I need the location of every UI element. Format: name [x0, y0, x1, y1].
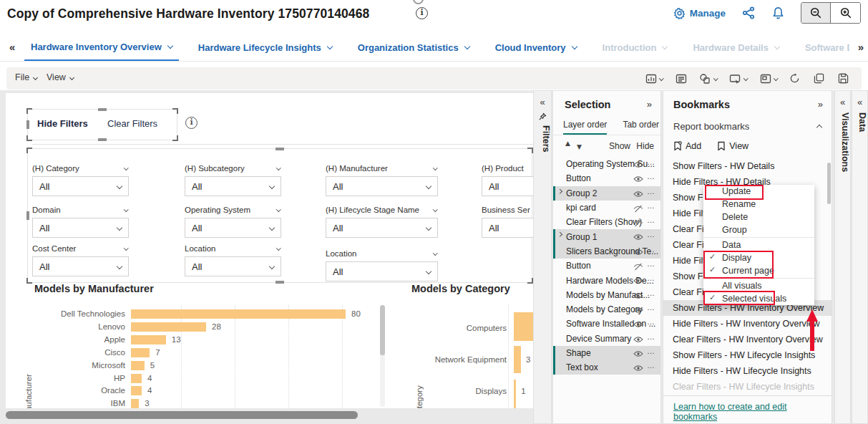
- slicer-dropdown[interactable]: All: [185, 256, 281, 276]
- chart-bar-row[interactable]: Lenovo28: [32, 321, 361, 334]
- eye-icon[interactable]: [633, 249, 643, 256]
- tab-hardware-details[interactable]: Hardware Details: [686, 35, 786, 61]
- tab-hardware-inventory-overview[interactable]: Hardware Inventory Overview: [24, 35, 179, 61]
- info-icon[interactable]: i: [185, 117, 198, 129]
- visualizations-pane-collapsed[interactable]: « Visualizations: [834, 90, 851, 424]
- bookmark-show-filters-hw-details[interactable]: Show Filters - HW Details: [663, 158, 832, 174]
- more-options-icon[interactable]: …: [647, 230, 655, 238]
- chevron-down-icon[interactable]: [117, 264, 122, 269]
- resize-handle[interactable]: [26, 148, 32, 153]
- slicer-dropdown[interactable]: All: [32, 176, 129, 196]
- eye-icon[interactable]: [633, 161, 643, 168]
- more-options-icon[interactable]: …: [647, 187, 655, 196]
- pages-scroll-left-icon[interactable]: «: [9, 41, 15, 53]
- chevron-down-icon[interactable]: [269, 183, 275, 189]
- hide-filters-button[interactable]: Hide Filters: [37, 118, 88, 129]
- bar-hp[interactable]: [131, 374, 142, 383]
- chevron-down-icon[interactable]: [662, 44, 668, 49]
- eye-icon[interactable]: [633, 191, 643, 198]
- layer-item-software-installed-on[interactable]: Software Installed on ...…: [553, 317, 660, 331]
- chevron-down-icon[interactable]: [433, 207, 437, 211]
- more-options-icon[interactable]: …: [647, 303, 655, 312]
- bar-microsoft[interactable]: [131, 361, 145, 370]
- chart-bar-row[interactable]: Microsoft5: [32, 360, 361, 372]
- expand-group-icon[interactable]: [557, 233, 562, 237]
- collapse-pane-icon[interactable]: »: [818, 99, 823, 110]
- bar-network-equipment[interactable]: [514, 346, 521, 373]
- more-options-icon[interactable]: …: [647, 216, 655, 224]
- bookmark-clear-filters-hw-lifecycle-insights[interactable]: Clear Filters - HW Lifecycle Insights: [663, 379, 832, 395]
- view-bookmarks-button[interactable]: View: [717, 141, 748, 151]
- chevron-down-icon[interactable]: [426, 225, 431, 231]
- chevron-down-icon[interactable]: [433, 165, 437, 170]
- collapse-pane-icon[interactable]: »: [647, 99, 652, 110]
- clear-filters-button[interactable]: Clear Filters: [107, 118, 157, 129]
- more-options-icon[interactable]: …: [647, 289, 655, 297]
- hide-all-button[interactable]: Hide: [636, 141, 654, 151]
- move-layer-up-icon[interactable]: ▲: [565, 140, 570, 147]
- chevron-down-icon[interactable]: [276, 165, 281, 170]
- bell-icon[interactable]: [771, 6, 785, 20]
- move-layer-down-icon[interactable]: ▼: [577, 143, 582, 150]
- chevron-down-icon[interactable]: [774, 44, 780, 49]
- expand-pane-icon[interactable]: «: [534, 97, 551, 107]
- more-options-icon[interactable]: …: [647, 172, 655, 180]
- tab-hardware-lifecycle-insights[interactable]: Hardware Lifecycle Insights: [192, 35, 338, 61]
- resize-handle[interactable]: [275, 148, 284, 150]
- manage-button[interactable]: Manage: [673, 7, 726, 19]
- eye-icon[interactable]: [633, 175, 643, 183]
- report-canvas[interactable]: Hide Filters Clear Filters i (H) Categor…: [6, 93, 533, 408]
- tab-organization-statistics[interactable]: Organization Statistics: [351, 35, 476, 61]
- expand-pane-icon[interactable]: «: [835, 97, 850, 107]
- eye-icon[interactable]: [633, 233, 643, 241]
- layer-item-device-summary[interactable]: Device Summary…: [553, 332, 660, 346]
- chart-bar-row[interactable]: IBM3: [32, 398, 361, 408]
- save-button[interactable]: [838, 73, 849, 84]
- more-options-icon[interactable]: …: [647, 317, 655, 326]
- eye-off-icon[interactable]: [633, 219, 643, 227]
- data-pane-collapsed[interactable]: « Data: [852, 90, 868, 424]
- tab-cloud-inventory[interactable]: Cloud Inventory: [489, 35, 583, 61]
- resize-handle[interactable]: [172, 135, 178, 141]
- insert-visual-button[interactable]: [645, 73, 663, 85]
- slicer-dropdown[interactable]: All: [482, 176, 533, 196]
- chevron-up-icon[interactable]: [816, 125, 822, 130]
- chevron-down-icon[interactable]: [269, 225, 275, 231]
- bar-chart-models-by-category[interactable]: ComputersNetwork Equipment3Displays1: [401, 308, 533, 408]
- layer-item-hardware-models-de[interactable]: Hardware Models De...…: [553, 273, 660, 287]
- bar-chart-models-by-manufacturer[interactable]: Dell Technologies80Lenovo28Apple13Cisco7…: [32, 308, 361, 408]
- chevron-down-icon[interactable]: [276, 246, 281, 250]
- bookmarks-scrollbar-thumb[interactable]: [827, 163, 831, 204]
- tab-software-details[interactable]: Software Details: [799, 35, 849, 61]
- resize-handle[interactable]: [26, 278, 32, 284]
- slicer-dropdown[interactable]: All: [185, 176, 281, 196]
- text-box-button[interactable]: [676, 73, 687, 85]
- duplicate-page-button[interactable]: [814, 73, 824, 84]
- resize-handle[interactable]: [98, 108, 107, 111]
- learn-bookmarks-link[interactable]: Learn how to create and edit bookmarks: [673, 402, 832, 422]
- layer-item-button[interactable]: Button…: [553, 171, 660, 186]
- chevron-down-icon[interactable]: [426, 183, 431, 189]
- more-options-icon[interactable]: …: [647, 158, 655, 166]
- bar-ibm[interactable]: [131, 399, 139, 408]
- pin-icon[interactable]: [534, 112, 551, 120]
- chevron-down-icon[interactable]: [117, 225, 122, 231]
- layer-item-group-2[interactable]: Group 2…: [553, 186, 660, 201]
- expand-group-icon[interactable]: [557, 189, 562, 193]
- layer-item-slicers-background-te[interactable]: Slicers Background Te...…: [553, 244, 660, 259]
- layer-item-group-1[interactable]: Group 1…: [553, 229, 660, 244]
- filters-pane-collapsed[interactable]: « Filters: [533, 90, 552, 424]
- bookmark-hide-filters-hw-lifecycle-insights[interactable]: Hide Filters - HW Lifecycle Insights: [663, 363, 832, 379]
- bar-dell-technologies[interactable]: [131, 309, 346, 319]
- resize-handle[interactable]: [26, 120, 29, 129]
- bar-apple[interactable]: [131, 335, 166, 344]
- zoom-out-button[interactable]: [801, 3, 831, 23]
- canvas-horizontal-scrollbar[interactable]: [6, 411, 358, 419]
- slicer-dropdown[interactable]: All: [326, 176, 438, 196]
- resize-handle[interactable]: [527, 148, 533, 153]
- slicer-dropdown[interactable]: All: [482, 218, 533, 238]
- tab-introduction[interactable]: Introduction: [596, 35, 674, 61]
- pages-scroll-right-icon[interactable]: »: [858, 41, 864, 53]
- more-options-icon[interactable]: …: [647, 274, 655, 282]
- bar-computers[interactable]: [514, 312, 533, 341]
